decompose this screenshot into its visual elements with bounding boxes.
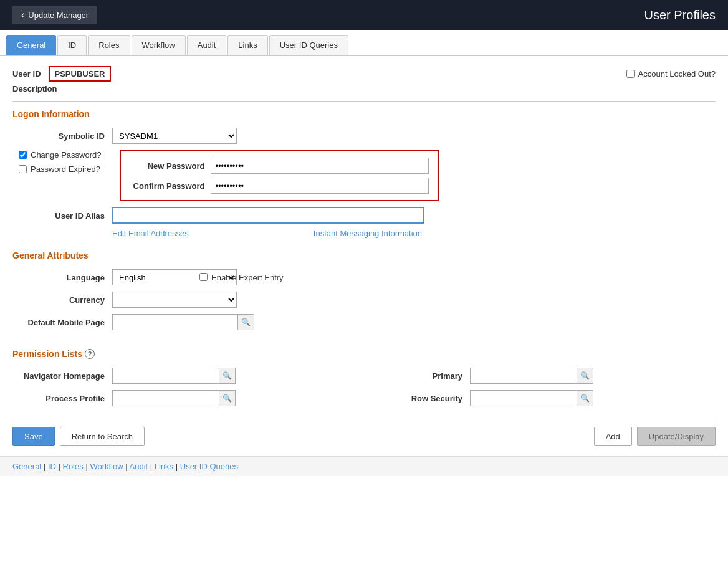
permission-lists-section: Permission Lists ? Navigator Homepage 🔍 … [12, 349, 716, 406]
user-id-label: User ID [12, 69, 41, 79]
attributes-grid: Language English Currency Default Mobile… [12, 269, 716, 336]
bottom-nav: General | ID | Roles | Workflow | Audit … [0, 456, 728, 476]
permission-lists-help-icon[interactable]: ? [85, 349, 95, 359]
process-profile-search: 🔍 [112, 390, 236, 406]
description-row: Description [12, 84, 716, 93]
logon-section-heading: Logon Information [12, 109, 716, 119]
navigator-homepage-search-btn[interactable]: 🔍 [219, 368, 235, 383]
new-password-label: New Password [130, 161, 211, 171]
tab-user-id-queries[interactable]: User ID Queries [269, 35, 348, 55]
row-security-label: Row Security [370, 394, 470, 403]
language-row: Language English [12, 269, 199, 285]
default-mobile-row: Default Mobile Page 🔍 [12, 314, 199, 330]
footer-right-buttons: Add Update/Display [594, 427, 716, 446]
navigator-homepage-input[interactable] [113, 368, 219, 383]
tabs-bar: General ID Roles Workflow Audit Links Us… [0, 30, 728, 56]
password-fields-box: New Password Confirm Password [120, 150, 439, 201]
enable-expert-checkbox[interactable] [199, 273, 208, 281]
bottom-nav-user-id-queries[interactable]: User ID Queries [180, 462, 238, 471]
symbolic-id-label: Symbolic ID [12, 131, 112, 141]
bottom-nav-id[interactable]: ID [48, 462, 56, 471]
header: Update Manager User Profiles [0, 0, 728, 30]
back-button[interactable]: Update Manager [12, 6, 97, 24]
primary-input[interactable] [471, 368, 577, 383]
symbolic-id-select[interactable]: SYSADM1 [112, 128, 237, 144]
user-id-alias-row: User ID Alias [12, 207, 716, 224]
tab-id[interactable]: ID [57, 35, 87, 55]
user-id-row: User ID PSPUBUSER Account Locked Out? [12, 66, 716, 82]
edit-email-button[interactable]: Edit Email Addresses [112, 229, 189, 238]
password-checkboxes: Change Password? Password Expired? [12, 150, 101, 179]
confirm-password-input[interactable] [211, 178, 429, 194]
process-profile-search-btn[interactable]: 🔍 [219, 391, 235, 406]
add-button[interactable]: Add [594, 427, 632, 446]
page-title: User Profiles [644, 8, 716, 22]
bottom-nav-roles[interactable]: Roles [63, 462, 84, 471]
user-id-left: User ID PSPUBUSER [12, 66, 111, 82]
row-security-row: Row Security 🔍 [370, 390, 716, 406]
confirm-password-row: Confirm Password [130, 178, 429, 194]
permission-grid: Navigator Homepage 🔍 Primary 🔍 Process P… [12, 368, 716, 406]
process-profile-row: Process Profile 🔍 [12, 390, 358, 406]
new-password-row: New Password [130, 158, 429, 174]
general-attributes-heading: General Attributes [12, 250, 716, 260]
update-display-button[interactable]: Update/Display [637, 427, 716, 446]
user-id-alias-input[interactable] [112, 207, 424, 224]
links-row: Edit Email Addresses Instant Messaging I… [112, 229, 716, 238]
new-password-input[interactable] [211, 158, 429, 174]
account-locked-label: Account Locked Out? [638, 69, 716, 79]
process-profile-label: Process Profile [12, 394, 112, 403]
change-password-row: Change Password? [19, 150, 101, 160]
row-security-search-btn[interactable]: 🔍 [577, 391, 593, 406]
return-to-search-button[interactable]: Return to Search [60, 427, 145, 446]
row-security-input[interactable] [471, 391, 577, 406]
save-button[interactable]: Save [12, 427, 55, 446]
tab-links[interactable]: Links [228, 35, 267, 55]
currency-label: Currency [12, 295, 112, 305]
tab-audit[interactable]: Audit [187, 35, 227, 55]
footer-buttons: Save Return to Search Add Update/Display [12, 419, 716, 446]
primary-label: Primary [370, 371, 470, 381]
symbolic-id-row: Symbolic ID SYSADM1 [12, 128, 716, 144]
bottom-nav-audit[interactable]: Audit [130, 462, 148, 471]
attributes-left: Language English Currency Default Mobile… [12, 269, 199, 336]
password-expired-checkbox[interactable] [19, 165, 27, 173]
instant-msg-button[interactable]: Instant Messaging Information [314, 229, 422, 238]
tab-roles[interactable]: Roles [88, 35, 130, 55]
confirm-password-label: Confirm Password [130, 181, 211, 191]
enable-expert-label: Enable Expert Entry [211, 273, 284, 282]
primary-row: Primary 🔍 [370, 368, 716, 384]
general-attributes-section: General Attributes Language English Curr… [12, 250, 716, 336]
main-content: User ID PSPUBUSER Account Locked Out? De… [0, 56, 728, 456]
footer-left-buttons: Save Return to Search [12, 427, 145, 446]
bottom-nav-general[interactable]: General [12, 462, 41, 471]
primary-search: 🔍 [470, 368, 593, 384]
change-password-checkbox[interactable] [19, 151, 27, 159]
bottom-nav-links[interactable]: Links [155, 462, 173, 471]
logon-section: Logon Information Symbolic ID SYSADM1 Ch… [12, 109, 716, 238]
tab-general[interactable]: General [6, 35, 56, 55]
change-password-label: Change Password? [31, 150, 101, 160]
navigator-homepage-row: Navigator Homepage 🔍 [12, 368, 358, 384]
default-mobile-label: Default Mobile Page [12, 318, 112, 327]
currency-row: Currency [12, 292, 199, 308]
user-id-alias-label: User ID Alias [12, 211, 112, 221]
account-locked-checkbox[interactable] [626, 70, 635, 78]
navigator-homepage-label: Navigator Homepage [12, 371, 112, 381]
bottom-nav-workflow[interactable]: Workflow [90, 462, 123, 471]
process-profile-input[interactable] [113, 391, 219, 406]
password-expired-label: Password Expired? [31, 164, 100, 174]
account-locked-row: Account Locked Out? [626, 69, 716, 79]
navigator-homepage-search: 🔍 [112, 368, 236, 384]
password-expired-row: Password Expired? [19, 164, 101, 174]
user-id-value: PSPUBUSER [49, 66, 112, 82]
divider [12, 101, 716, 102]
tab-workflow[interactable]: Workflow [132, 35, 186, 55]
primary-search-btn[interactable]: 🔍 [577, 368, 593, 383]
language-label: Language [12, 273, 112, 282]
row-security-search: 🔍 [470, 390, 593, 406]
enable-expert-row: Enable Expert Entry [199, 269, 716, 336]
permission-lists-heading: Permission Lists ? [12, 349, 716, 359]
